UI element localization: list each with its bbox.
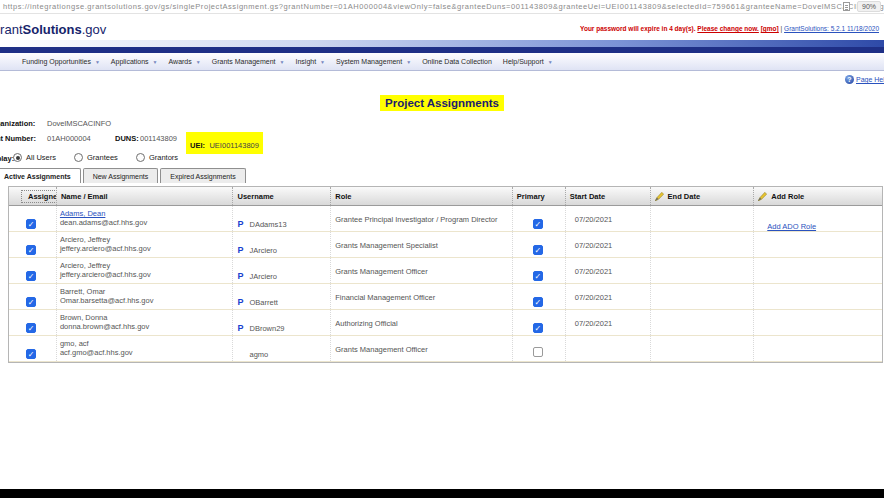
header-gradient-band [0,40,884,47]
start-date: 07/20/2021 [565,258,650,283]
tab-new-assignments[interactable]: New Assignments [83,168,159,183]
start-date: 07/20/2021 [565,284,650,309]
nav-item-applications[interactable]: Applications▼ [111,58,158,65]
user-gmo-link[interactable]: [gmo] [761,25,779,32]
display-radio-grantors[interactable]: Grantors [136,153,178,162]
assigned-checkbox[interactable]: ✓ [26,349,36,359]
role: Grants Management Officer [330,336,512,361]
column-header-start-date: Start Date [565,187,650,205]
assigned-checkbox[interactable]: ✓ [26,245,36,255]
table-row: ✓Arciero, Jeffreyjeffery.arciero@acf.hhs… [9,258,882,284]
organization-line: Organization: DovelMSCACINFO [0,119,884,129]
nav-item-awards[interactable]: Awards▼ [169,58,201,65]
username: DBrown29 [249,324,284,333]
person-p-icon: P [237,297,244,307]
user-email: jeffery.arciero@acf.hhs.gov [60,270,233,279]
person-p-icon: P [237,245,244,255]
table-row: ✓gmo, acfacf.gmo@acf.hhs.govPagmoGrants … [9,336,882,362]
table-header-row: AssignedName / EmailUsernameRolePrimaryS… [9,187,882,206]
nav-item-grants-management[interactable]: Grants Management▼ [212,58,285,65]
user-name-link[interactable]: Adams, Dean [60,209,233,218]
primary-checkbox[interactable] [533,347,543,357]
separator: | [781,25,783,32]
nav-item-help-support[interactable]: Help/Support▼ [503,58,553,65]
radio-label: All Users [26,153,56,162]
grantsolutions-logo: GrantSolutions.gov [0,22,106,37]
column-header-primary: Primary [512,187,565,205]
duns-label: DUNS: [115,134,139,143]
column-header-add-role: Add Role [753,187,882,205]
version-link[interactable]: GrantSolutions: 5.2.1 11/18/2020 [784,25,879,32]
uei-highlight: UEI: UEI001143809 [186,132,263,154]
change-password-link[interactable]: Please change now. [697,25,759,32]
primary-checkbox[interactable]: ✓ [533,219,543,229]
uei-label: UEI: [190,141,205,150]
assigned-checkbox[interactable]: ✓ [26,219,36,229]
chevron-down-icon: ▼ [406,59,411,65]
organization-label: Organization: [0,119,35,128]
column-header-label: Role [335,192,351,201]
primary-checkbox[interactable]: ✓ [533,297,543,307]
column-header-name-email: Name / Email [56,187,233,205]
column-header-username: Username [232,187,330,205]
table-row: ✓Barrett, OmarOmar.barsetta@acf.hhs.govP… [9,284,882,310]
chevron-down-icon: ▼ [548,59,553,65]
radio-icon[interactable] [13,153,22,162]
page-help-link[interactable]: ?Page Help [845,75,884,84]
table-row: ✓Adams, Deandean.adams@acf.hhs.govPDAdam… [9,206,882,232]
primary-checkbox[interactable]: ✓ [533,323,543,333]
end-date [650,310,754,335]
radio-icon[interactable] [74,153,83,162]
assigned-checkbox[interactable]: ✓ [26,297,36,307]
nav-item-funding-opportunities[interactable]: Funding Opportunities▼ [22,58,100,65]
add-ado-role-link[interactable]: Add ADO Role [767,222,816,231]
column-header-label: Username [237,192,273,201]
role: Grants Management Specialist [330,232,512,257]
end-date [650,284,754,309]
organization-value: DovelMSCACINFO [47,119,111,128]
nav-item-system-management[interactable]: System Management▼ [336,58,411,65]
primary-checkbox[interactable]: ✓ [533,271,543,281]
title-row: Project Assignments [0,93,884,111]
help-row: ?Page Help [0,71,884,89]
column-header-label: Assigned [28,192,56,201]
duns-value: 001143809 [140,134,177,143]
table-row: ✓Arciero, Jeffreyjeffery.arciero@acf.hhs… [9,232,882,258]
display-radio-group: All UsersGranteesGrantors [13,153,196,162]
user-email: donna.brown@acf.hhs.gov [60,322,233,331]
grant-number-label: Grant Number: [0,134,36,143]
display-radio-grantees[interactable]: Grantees [74,153,118,162]
end-date [650,232,754,257]
nav-item-online-data-collection[interactable]: Online Data Collection [422,58,492,65]
assignments-tabs: Active AssignmentsNew AssignmentsExpired… [0,168,248,183]
chevron-down-icon: ▼ [153,59,158,65]
display-filter-row: Display: All UsersGranteesGrantors [0,153,884,165]
radio-icon[interactable] [136,153,145,162]
assignments-table: AssignedName / EmailUsernameRolePrimaryS… [8,186,883,363]
end-date [650,206,754,231]
reader-mode-icon[interactable] [843,2,850,11]
column-header-label: Start Date [570,192,605,201]
page-title: Project Assignments [380,95,504,111]
password-warning-text: Your password will expire in 4 day(s). [580,25,695,32]
user-email: Omar.barsetta@acf.hhs.gov [60,296,233,305]
browser-url-bar: https://integrationgse.grantsolutions.go… [0,0,884,14]
assigned-checkbox[interactable]: ✓ [26,323,36,333]
username: OBarrett [249,298,277,307]
tab-active-assignments[interactable]: Active Assignments [0,168,81,183]
tab-expired-assignments[interactable]: Expired Assignments [160,168,245,183]
end-date [650,258,754,283]
assigned-checkbox[interactable]: ✓ [26,271,36,281]
display-radio-all-users[interactable]: All Users [13,153,56,162]
start-date [565,336,650,361]
url-text[interactable]: https://integrationgse.grantsolutions.go… [3,2,884,11]
site-header: GrantSolutions.gov Your password will ex… [0,14,884,40]
edit-pencil-icon [758,192,767,201]
browser-zoom-badge[interactable]: 90% [857,1,881,12]
table-row: ✓Brown, Donnadonna.brown@acf.hhs.govPDBr… [9,310,882,336]
user-name: Brown, Donna [60,313,233,322]
nav-item-insight[interactable]: Insight▼ [295,58,325,65]
user-email: jeffery.arciero@acf.hhs.gov [60,244,233,253]
role: Grants Management Officer [330,258,512,283]
primary-checkbox[interactable]: ✓ [533,245,543,255]
